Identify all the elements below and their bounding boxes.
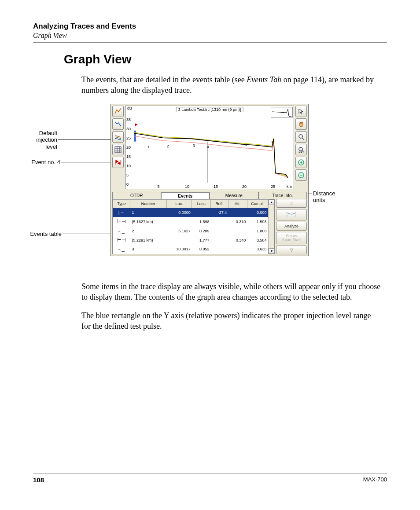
zoom-out-icon[interactable] [295, 169, 307, 181]
cell [192, 208, 211, 217]
cell: (5.2291 km) [130, 235, 166, 245]
tab-measure[interactable]: Measure [210, 192, 258, 199]
svg-point-13 [299, 135, 302, 138]
svg-text:3: 3 [193, 143, 195, 147]
intro-paragraph: The events, that are detailed in the eve… [81, 74, 381, 96]
col-type[interactable]: Type [113, 199, 130, 208]
zoom-fit-icon[interactable]: 1:1 [295, 144, 307, 155]
page-footer: 108 MAX-700 [33, 473, 387, 484]
y-tick: 15 [126, 154, 131, 159]
trace-plot: 4 1 2 3 5 6 [134, 110, 290, 183]
tab-events[interactable]: Events [161, 192, 210, 199]
cell [211, 217, 228, 227]
analyze-button[interactable]: Analyze [276, 222, 307, 231]
para1-a: The events, that are detailed in the eve… [81, 75, 247, 84]
left-toolbar [112, 106, 124, 189]
right-toolbar: 1:1 [295, 106, 307, 189]
graph-area[interactable]: dB 3 Lambda Test.trc [1310 nm (9 µm)] 0 … [125, 106, 294, 189]
table-row[interactable]: ⊢⊣ (5.1627 km) 1.598 0.310 1.598 [113, 217, 268, 227]
body-paragraph-3: The blue rectangle on the Y axis (relati… [81, 310, 381, 332]
cell [228, 245, 247, 253]
cell: 0.340 [228, 235, 247, 245]
x-tick: 15 [214, 184, 218, 189]
svg-text:2: 2 [167, 143, 169, 148]
page-number: 108 [33, 476, 44, 484]
callout-event-4: Event no. 4 [25, 159, 60, 166]
table-scrollbar[interactable]: ▴ ▾ [268, 199, 274, 254]
cell: 10.3917 [166, 245, 192, 253]
table-row[interactable]: [→ 1 0.0000 -27.4 0.000 [113, 208, 268, 217]
tabs: OTDR Events Measure Trace Info. [112, 192, 307, 199]
cell: 1.598 [247, 217, 268, 227]
scroll-down-icon[interactable]: ▾ [269, 248, 274, 254]
prev-event-button[interactable]: △ [276, 199, 307, 208]
cell: (5.1627 km) [130, 217, 166, 227]
cell [166, 217, 192, 227]
cell: -27.4 [211, 208, 228, 217]
y-tick: 25 [126, 136, 131, 140]
header-rule [33, 42, 387, 43]
cell: 1.808 [247, 227, 268, 235]
zoom-region-icon[interactable] [295, 131, 307, 143]
event-type-step-icon: ┐_ [113, 227, 130, 235]
svg-line-16 [302, 150, 304, 152]
col-loss[interactable]: Loss [192, 199, 211, 208]
zoom-in-icon[interactable] [295, 157, 307, 168]
event-type-start-icon: [→ [113, 208, 130, 217]
section-title: Graph View [33, 32, 387, 40]
zoom-to-event-button[interactable] [276, 209, 307, 220]
callout-distance-units: Distance units [313, 190, 335, 204]
events-table: Type Number Loc. Loss Refl. Att. Cumul. … [112, 199, 275, 254]
col-number[interactable]: Number [130, 199, 166, 208]
y-tick: 5 [126, 173, 129, 177]
footer-rule [33, 473, 387, 473]
table-view-icon[interactable] [112, 144, 124, 155]
cell [211, 227, 228, 235]
y-tick: 35 [126, 117, 131, 122]
callout-line [63, 234, 117, 234]
svg-rect-0 [115, 147, 121, 153]
para1-ital: Events Tab [247, 75, 281, 84]
svg-text:1:1: 1:1 [298, 150, 302, 153]
table-header-row: Type Number Loc. Loss Refl. Att. Cumul. [113, 199, 268, 208]
y-tick: 10 [126, 164, 131, 168]
svg-text:1: 1 [147, 145, 150, 149]
cell: 5.1627 [166, 227, 192, 235]
cell: 0.0000 [166, 208, 192, 217]
x-tick: 5 [157, 184, 159, 189]
next-event-button[interactable]: ▽ [276, 246, 307, 254]
col-cumul[interactable]: Cumul. [247, 199, 268, 208]
cell [211, 235, 228, 245]
pointer-icon[interactable] [295, 106, 307, 117]
event-type-span-icon: ⊢⊣ [113, 235, 130, 245]
svg-text:4: 4 [207, 145, 209, 149]
y-tick: 30 [126, 127, 131, 131]
product-model: MAX-700 [363, 476, 387, 484]
trace-tool-2-icon[interactable] [112, 118, 124, 130]
trace-tool-1-icon[interactable] [112, 106, 124, 117]
multi-trace-icon[interactable] [112, 131, 124, 143]
col-refl[interactable]: Refl. [211, 199, 228, 208]
cell: 0.310 [228, 217, 247, 227]
cell: 3.584 [247, 235, 268, 245]
table-row[interactable]: ┐_ 3 10.3917 0.052 3.636 [113, 245, 268, 253]
cell: 1 [130, 208, 166, 217]
table-row[interactable]: ⊢⊣ (5.2291 km) 1.777 0.340 3.584 [113, 235, 268, 245]
table-row[interactable]: ┐_ 2 5.1627 0.209 1.808 [113, 227, 268, 235]
cell: 3.636 [247, 245, 268, 253]
col-loc[interactable]: Loc. [166, 199, 192, 208]
figure: Default injection level Event no. 4 Even… [33, 104, 387, 269]
y-axis-unit: dB [127, 106, 132, 110]
set-span-start-button[interactable]: Set as Span Start [276, 232, 307, 244]
cell: 0.000 [247, 208, 268, 217]
cell: 1.598 [192, 217, 211, 227]
col-att[interactable]: Att. [228, 199, 247, 208]
scroll-up-icon[interactable]: ▴ [269, 199, 274, 205]
page-heading: Graph View [64, 52, 387, 66]
otdr-ui-panel: dB 3 Lambda Test.trc [1310 nm (9 µm)] 0 … [111, 104, 309, 256]
tab-otdr[interactable]: OTDR [112, 192, 161, 199]
cell: 0.052 [192, 245, 211, 253]
hand-pan-icon[interactable] [295, 118, 307, 130]
tab-trace-info[interactable]: Trace Info. [258, 192, 307, 199]
markers-icon[interactable] [112, 157, 124, 168]
